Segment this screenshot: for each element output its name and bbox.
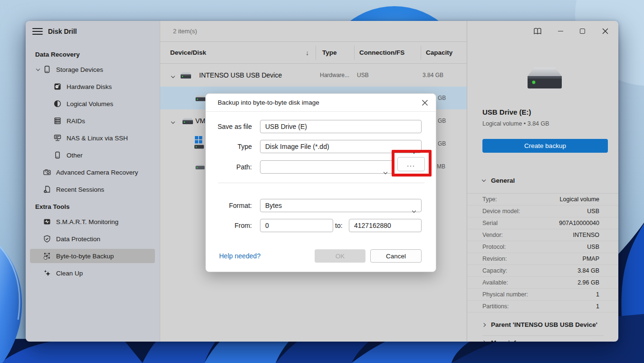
- ok-button[interactable]: OK: [315, 249, 365, 263]
- disk-drill-window: Disk Drill Data Recovery Storage Devices: [26, 21, 618, 342]
- chevron-down-icon: [384, 170, 387, 174]
- detail-row: Partitions:1: [467, 301, 618, 313]
- chevron-right-icon: [482, 341, 486, 342]
- detail-row: Available:2.96 GB: [467, 277, 618, 289]
- detail-row: Physical number:1: [467, 289, 618, 301]
- selected-device-name: USB Drive (E:): [482, 108, 531, 116]
- sidebar-item-data-protection[interactable]: Data Protection: [26, 230, 160, 247]
- items-count-bar: 2 item(s): [160, 21, 467, 42]
- sidebar: Disk Drill Data Recovery Storage Devices: [26, 21, 160, 342]
- section-extra-tools: Extra Tools: [35, 201, 160, 213]
- shield-check-icon: [43, 235, 51, 243]
- device-type: Hardware...: [320, 64, 349, 87]
- cancel-button[interactable]: Cancel: [370, 249, 422, 263]
- from-label: From:: [206, 219, 252, 232]
- parent-device-link[interactable]: Parent 'INTENSO USB USB Device': [482, 314, 604, 336]
- row-expand-chevron-icon[interactable]: [171, 120, 175, 124]
- detail-row: Protocol:USB: [467, 241, 618, 253]
- sidebar-item-label: RAIDs: [67, 118, 85, 125]
- desktop: Disk Drill Data Recovery Storage Devices: [0, 0, 644, 363]
- dialog-header: Backup into byte-to-byte disk image: [206, 94, 436, 112]
- camera-icon: [43, 168, 51, 177]
- section-data-recovery: Data Recovery: [35, 49, 160, 61]
- format-select[interactable]: Bytes: [260, 199, 422, 212]
- row-expand-chevron-icon[interactable]: [171, 74, 175, 78]
- selected-device-subtitle: Logical volume • 3.84 GB: [482, 120, 549, 127]
- sidebar-item-raids[interactable]: RAIDs: [26, 112, 160, 129]
- column-header-device-disk[interactable]: Device/Disk: [170, 42, 206, 64]
- type-label: Type: [206, 140, 252, 153]
- column-header-connection-fs[interactable]: Connection/FS: [359, 42, 404, 64]
- sort-descending-icon[interactable]: ↓: [306, 42, 309, 64]
- type-select[interactable]: Disk Image File (*.dd): [260, 140, 422, 153]
- hard-drive-icon: [181, 117, 194, 125]
- sidebar-item-hardware-disks[interactable]: Hardware Disks: [26, 78, 160, 95]
- device-details-list: Type:Logical volume Device model:USB Ser…: [467, 193, 618, 313]
- detail-row: Revision:PMAP: [467, 253, 618, 265]
- minimize-button[interactable]: [554, 21, 567, 41]
- sidebar-item-label: Storage Devices: [56, 66, 103, 73]
- general-section-header[interactable]: General: [482, 174, 515, 186]
- save-as-file-label: Save as file: [206, 120, 252, 133]
- table-row-intenso-usb-device[interactable]: INTENSO USB USB Device Hardware... USB 3…: [160, 64, 467, 87]
- sidebar-item-label: Recent Sessions: [56, 186, 104, 193]
- path-label: Path:: [206, 160, 252, 174]
- sidebar-item-advanced-camera-recovery[interactable]: Advanced Camera Recovery: [26, 164, 160, 181]
- chevron-down-icon: [412, 150, 416, 154]
- chevron-right-icon: [482, 323, 486, 326]
- browse-path-button[interactable]: ...: [397, 157, 425, 171]
- recent-sessions-icon: [43, 185, 51, 194]
- column-header-capacity[interactable]: Capacity: [426, 42, 452, 64]
- close-button[interactable]: [599, 21, 611, 41]
- column-divider: [354, 46, 355, 60]
- device-name-fragment: VM: [195, 109, 205, 132]
- detail-row: Type:Logical volume: [467, 194, 618, 206]
- dialog-title: Backup into byte-to-byte disk image: [218, 94, 319, 112]
- menu-icon[interactable]: [32, 28, 43, 35]
- device-connection: USB: [357, 64, 369, 87]
- chevron-down-icon: [412, 209, 416, 213]
- sidebar-item-clean-up[interactable]: Clean Up: [26, 265, 160, 282]
- chevron-down-icon[interactable]: [36, 67, 40, 70]
- to-input[interactable]: [349, 219, 422, 232]
- device-capacity-fragment: GB: [438, 132, 446, 155]
- help-needed-link[interactable]: Help needed?: [219, 249, 260, 263]
- table-header: Device/Disk ↓ Type Connection/FS Capacit…: [160, 42, 467, 64]
- byte-backup-icon: [43, 252, 51, 260]
- sidebar-item-byte-to-byte-backup[interactable]: Byte-to-byte Backup: [30, 249, 155, 263]
- sidebar-item-label: Data Protection: [56, 235, 100, 243]
- detail-row: Serial907A10000040: [467, 217, 618, 229]
- detail-row: Capacity:3.84 GB: [467, 265, 618, 277]
- device-capacity-fragment: MB: [437, 155, 445, 178]
- dialog-close-icon[interactable]: [422, 99, 428, 106]
- smart-monitoring-icon: [43, 217, 51, 226]
- save-as-file-input[interactable]: [260, 120, 422, 133]
- path-select[interactable]: [260, 160, 393, 174]
- column-header-type[interactable]: Type: [322, 42, 337, 64]
- create-backup-button[interactable]: Create backup: [482, 139, 608, 153]
- sidebar-item-label: NAS & Linux via SSH: [67, 135, 128, 142]
- column-divider: [421, 46, 421, 60]
- sidebar-item-smart-monitoring[interactable]: S.M.A.R.T. Monitoring: [26, 213, 160, 230]
- manual-book-icon[interactable]: [531, 21, 544, 41]
- sidebar-item-label: Advanced Camera Recovery: [56, 169, 138, 176]
- sidebar-item-label: Clean Up: [56, 270, 83, 277]
- device-capacity-fragment: GB: [438, 87, 446, 109]
- detail-row: Device model:USB: [467, 206, 618, 217]
- items-count: 2 item(s): [173, 28, 197, 35]
- hard-drive-icon: [194, 164, 206, 170]
- windows-partition-icon: [193, 135, 205, 152]
- from-input[interactable]: [260, 219, 333, 232]
- detail-row: Vendor:INTENSO: [467, 229, 618, 241]
- sidebar-item-storage-devices[interactable]: Storage Devices: [26, 61, 160, 78]
- raids-icon: [53, 117, 62, 125]
- sidebar-item-nas-linux-ssh[interactable]: NAS & Linux via SSH: [26, 129, 160, 147]
- maximize-button[interactable]: [576, 21, 588, 41]
- sidebar-item-logical-volumes[interactable]: Logical Volumes: [26, 95, 160, 112]
- sidebar-item-other[interactable]: Other: [26, 147, 160, 164]
- device-name: INTENSO USB USB Device: [199, 64, 282, 87]
- sidebar-item-label: Hardware Disks: [67, 83, 112, 90]
- backup-dialog: Backup into byte-to-byte disk image Save…: [205, 93, 436, 272]
- more-info-link[interactable]: More info: [482, 336, 520, 342]
- sidebar-item-recent-sessions[interactable]: Recent Sessions: [26, 181, 160, 198]
